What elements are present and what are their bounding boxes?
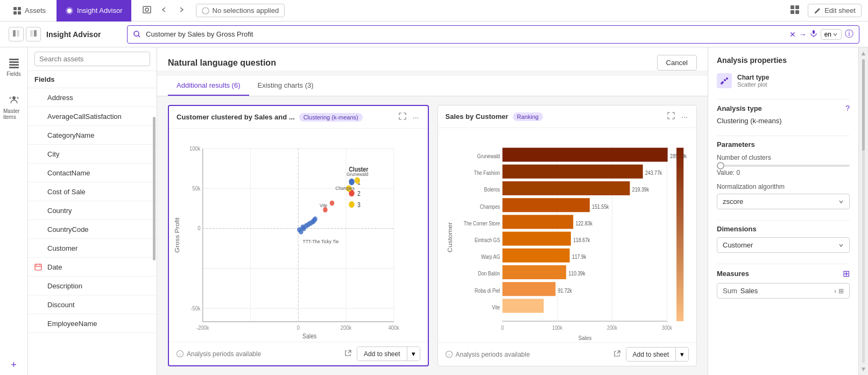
tab-0[interactable]: Additional results (6)	[168, 76, 249, 96]
insight-advisor-tab[interactable]: Insight Advisor	[57, 0, 131, 22]
normalization-chevron	[838, 199, 844, 204]
dimension-select[interactable]: Customer	[717, 237, 850, 253]
svg-rect-13	[13, 30, 16, 37]
svg-text:Vite: Vite	[320, 202, 327, 208]
chart1-link-btn[interactable]	[343, 349, 352, 359]
analysis-type-help[interactable]: ?	[845, 104, 850, 112]
chart1-more-btn[interactable]: ···	[412, 112, 420, 123]
chart1-add-to-sheet-btn[interactable]: Add to sheet	[357, 347, 407, 360]
add-measure-btn[interactable]: ⊞	[843, 268, 850, 279]
info-btn[interactable]: ⓘ	[845, 29, 853, 40]
master-items-label: Master items	[3, 108, 24, 120]
assets-item[interactable]: ContactName	[28, 164, 157, 182]
assets-item[interactable]: Date	[28, 258, 157, 277]
scatter-plot-svg: Gross Profit Sales	[169, 129, 428, 342]
chart1-badge: Clustering (k-means)	[299, 113, 363, 122]
assets-item[interactable]: Address	[28, 88, 157, 107]
search-icon	[133, 30, 142, 39]
tab-1[interactable]: Existing charts (3)	[249, 76, 322, 96]
svg-rect-119	[502, 299, 544, 313]
svg-text:Don Balón: Don Balón	[478, 271, 500, 277]
chart1-header: Customer clustered by Sales and ... Clus…	[169, 106, 428, 129]
screenshot-btn[interactable]	[140, 3, 154, 19]
mic-btn[interactable]	[810, 30, 817, 39]
svg-text:118.67k: 118.67k	[573, 237, 590, 243]
chart1-add-dropdown-btn[interactable]: ▾	[407, 347, 420, 360]
assets-item[interactable]: Country	[28, 201, 157, 220]
forward-btn[interactable]	[174, 3, 188, 19]
svg-text:243.77k: 243.77k	[645, 170, 661, 176]
tabs-bar: Additional results (6)Existing charts (3…	[157, 76, 708, 96]
scroll-down-btn[interactable]: ▼	[860, 365, 867, 373]
toggle-left-panel-btn[interactable]	[9, 27, 24, 41]
assets-item[interactable]: CountryCode	[28, 220, 157, 239]
svg-rect-15	[30, 30, 33, 37]
clusters-slider[interactable]	[717, 165, 850, 167]
chart-type-label: Chart type	[737, 74, 769, 81]
calendar-icon	[34, 263, 43, 271]
dimension-chevron	[838, 243, 844, 248]
assets-item[interactable]: Description	[28, 277, 157, 295]
assets-search-input[interactable]	[34, 52, 150, 66]
chart2-footer-info: i Analysis periods available	[446, 351, 530, 358]
submit-search-btn[interactable]: →	[799, 30, 807, 39]
chart1-expand-btn[interactable]	[398, 111, 407, 123]
num-clusters-label: Number of clusters	[717, 154, 850, 161]
assets-item[interactable]: Customer	[28, 239, 157, 258]
grid-view-btn[interactable]	[787, 2, 802, 19]
lang-selector[interactable]: en	[821, 29, 842, 40]
svg-text:Champes: Champes	[479, 203, 500, 210]
chart-card-1[interactable]: Customer clustered by Sales and ... Clus…	[168, 105, 429, 366]
no-selections-label: No selections applied	[213, 6, 279, 15]
svg-rect-95	[502, 165, 643, 179]
chart2-expand-btn[interactable]	[666, 111, 676, 122]
scroll-up-btn[interactable]: ▲	[860, 49, 867, 57]
normalization-label: Normalization algorithm	[717, 183, 850, 190]
assets-item[interactable]: CategoryName	[28, 126, 157, 145]
chart1-footer-info: i Analysis periods available	[177, 350, 261, 358]
edit-sheet-btn[interactable]: Edit sheet	[808, 4, 862, 17]
svg-rect-27	[35, 264, 41, 270]
svg-text:100k: 100k	[189, 145, 201, 152]
chart2-add-to-sheet-btn[interactable]: Add to sheet	[626, 348, 676, 361]
measure-chevron-btn[interactable]: ›	[834, 287, 836, 295]
info-icon: i	[177, 350, 184, 357]
measure-grid-btn[interactable]: ⊞	[838, 287, 844, 295]
normalization-value: zscore	[723, 197, 743, 206]
add-sidebar-btn[interactable]: +	[6, 355, 21, 375]
sidebar-item-fields[interactable]: Fields	[3, 54, 24, 80]
clusters-value: Value: 0	[717, 169, 850, 176]
dimensions-label: Dimensions	[717, 225, 850, 233]
main-layout: Fields Master items + Fields AddressAver…	[0, 47, 868, 375]
panel-toggle	[9, 27, 41, 41]
chart2-link-btn[interactable]	[612, 349, 622, 360]
info-icon-2: i	[446, 351, 453, 358]
insight-advisor-tab-label: Insight Advisor	[77, 6, 123, 15]
clear-search-btn[interactable]: ✕	[789, 30, 796, 39]
sidebar-item-master-items[interactable]: Master items	[0, 91, 27, 123]
chart-card-2[interactable]: Sales by Customer Ranking ··· Customer	[437, 105, 697, 366]
field-icon	[34, 319, 43, 328]
chart2-add-dropdown-btn[interactable]: ▾	[676, 348, 688, 361]
chart2-more-btn[interactable]: ···	[680, 111, 689, 122]
assets-item[interactable]: Discount	[28, 295, 157, 314]
svg-text:Eintrach GS: Eintrach GS	[475, 237, 500, 243]
back-btn[interactable]	[157, 3, 171, 19]
svg-text:200k: 200k	[341, 324, 352, 331]
assets-tab[interactable]: Assets	[6, 6, 52, 15]
assets-item[interactable]: City	[28, 145, 157, 164]
toggle-right-panel-btn[interactable]	[26, 27, 41, 41]
top-bar-right: Edit sheet	[787, 2, 862, 19]
clusters-slider-thumb[interactable]	[717, 162, 724, 169]
assets-item[interactable]: EmployeeName	[28, 314, 157, 333]
svg-text:219.39k: 219.39k	[632, 187, 648, 193]
search-bar[interactable]: ✕ → en ⓘ	[127, 25, 859, 44]
svg-text:400k: 400k	[389, 324, 400, 331]
search-input[interactable]	[146, 30, 785, 38]
assets-item[interactable]: Cost of Sale	[28, 182, 157, 201]
svg-rect-9	[791, 5, 794, 9]
assets-item[interactable]: AverageCallSatisfaction	[28, 107, 157, 126]
normalization-select[interactable]: zscore	[717, 194, 850, 209]
cancel-btn[interactable]: Cancel	[657, 55, 697, 70]
content-area: Natural language question Cancel Additio…	[157, 47, 708, 375]
